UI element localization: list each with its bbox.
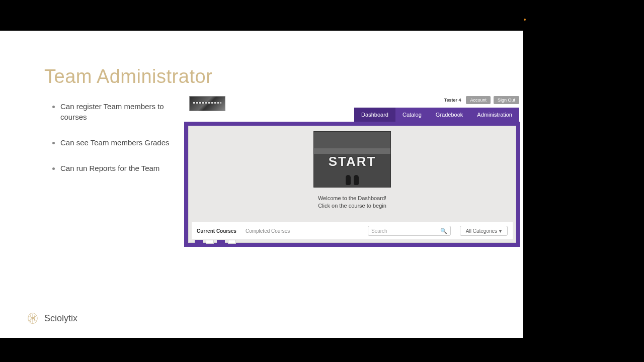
app-topbar: Tester 4 Account Sign Out	[444, 96, 519, 104]
app-body: START Welcome to the Dashboard! Click on…	[184, 122, 520, 247]
thumbnail-chip	[217, 240, 225, 244]
search-input[interactable]: Search 🔍	[368, 226, 451, 236]
thumbnail-chip	[206, 240, 214, 244]
slide-title: Team Administrator	[44, 66, 212, 87]
sign-out-button[interactable]: Sign Out	[494, 96, 519, 104]
dashboard-panel: START Welcome to the Dashboard! Click on…	[188, 126, 516, 243]
search-icon: 🔍	[440, 228, 447, 234]
primary-nav: Dashboard Catalog Gradebook Administrati…	[354, 108, 519, 122]
slide-bullet-list: Can register Team members to courses Can…	[60, 101, 171, 189]
categories-dropdown[interactable]: All Categories ▾	[460, 226, 508, 236]
tab-administration[interactable]: Administration	[470, 108, 519, 122]
categories-label: All Categories	[466, 228, 497, 234]
welcome-line-2: Click on the course to begin	[189, 202, 516, 210]
footer-brand-name: Sciolytix	[44, 313, 77, 324]
app-logo	[189, 96, 225, 111]
welcome-line-1: Welcome to the Dashboard!	[189, 195, 516, 202]
sciolytix-logo-icon	[26, 312, 39, 325]
bullet-item: Can see Team members Grades	[60, 137, 171, 148]
tab-dashboard[interactable]: Dashboard	[354, 108, 395, 122]
chevron-down-icon: ▾	[499, 228, 502, 234]
course-bar: Current Courses Completed Courses Search…	[192, 222, 513, 239]
account-button[interactable]: Account	[466, 96, 491, 104]
search-placeholder: Search	[371, 228, 387, 234]
thumbnail-chip	[228, 240, 236, 244]
footer-brand: Sciolytix	[26, 312, 77, 325]
thumbnail-chip	[195, 240, 203, 244]
bullet-item: Can run Reports for the Team	[60, 163, 171, 173]
slide-canvas: Team Administrator Can register Team mem…	[0, 31, 523, 338]
tab-gradebook[interactable]: Gradebook	[429, 108, 470, 122]
current-user-name: Tester 4	[444, 98, 461, 103]
start-image-text: START	[314, 154, 390, 169]
tab-completed-courses[interactable]: Completed Courses	[246, 228, 290, 234]
presence-dot	[524, 19, 526, 21]
embedded-app-screenshot: Tester 4 Account Sign Out Dashboard Cata…	[184, 96, 520, 247]
feet-graphic	[345, 173, 360, 185]
start-image: START	[313, 131, 391, 188]
course-thumbnails-peek	[195, 240, 236, 244]
tab-catalog[interactable]: Catalog	[395, 108, 429, 122]
bullet-item: Can register Team members to courses	[60, 101, 171, 122]
dashboard-hero: START Welcome to the Dashboard! Click on…	[189, 126, 516, 210]
dashboard-welcome: Welcome to the Dashboard! Click on the c…	[189, 195, 516, 210]
tab-current-courses[interactable]: Current Courses	[197, 228, 236, 234]
